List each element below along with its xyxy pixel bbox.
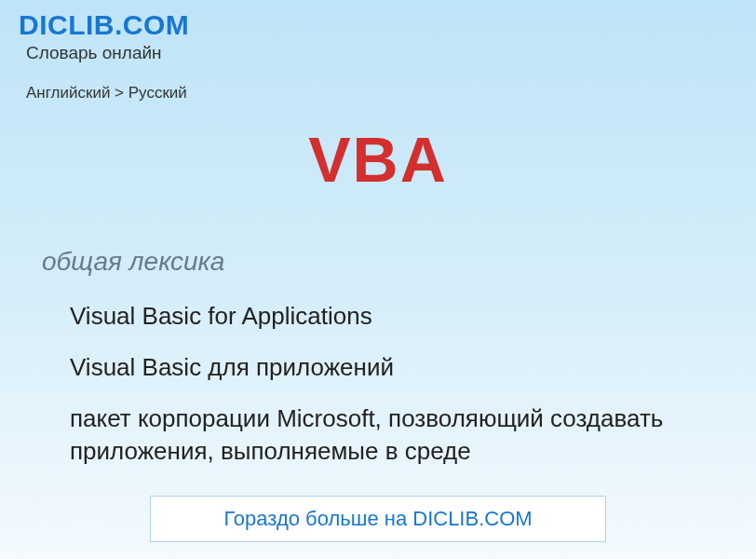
- definition-item: Visual Basic for Applications: [70, 300, 737, 333]
- site-logo[interactable]: DICLIB.COM: [19, 9, 756, 41]
- site-tagline: Словарь онлайн: [26, 43, 756, 63]
- entry-content: общая лексика Visual Basic for Applicati…: [0, 247, 756, 468]
- breadcrumb[interactable]: Английский > Русский: [26, 84, 756, 102]
- entry-category: общая лексика: [42, 247, 737, 277]
- header: DICLIB.COM Словарь онлайн Английский > Р…: [0, 0, 756, 102]
- definition-item: Visual Basic для приложений: [70, 351, 737, 384]
- more-banner-text: Гораздо больше на DICLIB.COM: [223, 507, 532, 531]
- more-banner[interactable]: Гораздо больше на DICLIB.COM: [150, 496, 606, 542]
- definition-item: пакет корпорации Microsoft, позволяющий …: [70, 402, 737, 468]
- entry-title: VBA: [0, 123, 756, 196]
